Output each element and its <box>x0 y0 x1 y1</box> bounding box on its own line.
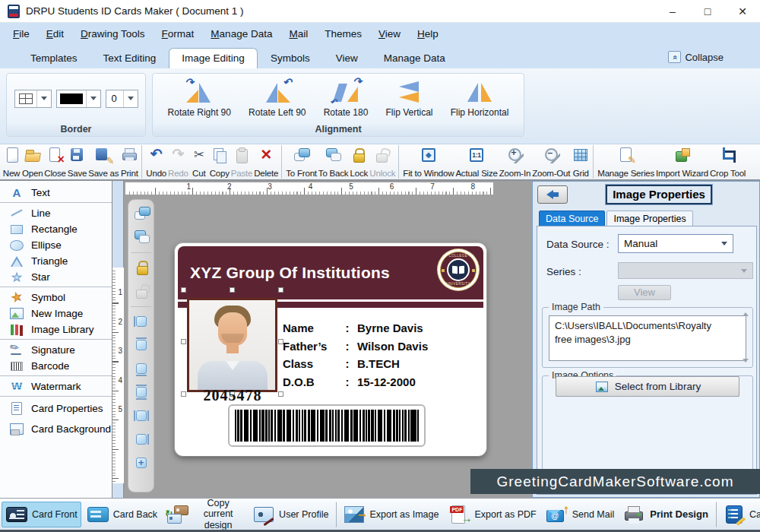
menu-view[interactable]: View <box>370 23 409 46</box>
vtoolbar-button-align-left[interactable] <box>131 306 151 330</box>
border-style-combo[interactable] <box>14 90 52 108</box>
menu-file[interactable]: File <box>5 23 38 46</box>
toolbar-button-manage-series[interactable]: Manage Series <box>593 145 655 179</box>
sidebar-item-watermark[interactable]: Watermark <box>0 375 112 394</box>
vtoolbar-button-align-top[interactable] <box>131 337 151 353</box>
sidebar-item-line[interactable]: Line <box>0 202 112 221</box>
toolbar-button-paste[interactable]: Paste <box>230 145 253 179</box>
scroll-up-icon[interactable] <box>743 312 749 316</box>
menu-mail[interactable]: Mail <box>280 23 316 46</box>
ribbon-button-rotate-right-90[interactable]: Rotate Right 90 <box>163 78 236 119</box>
toolbar-button-zoom-out[interactable]: Zoom-Out <box>531 145 571 179</box>
bottombar-button-send-mail[interactable]: Send Mail <box>542 502 619 527</box>
vtoolbar-button-unlock[interactable] <box>131 283 151 299</box>
tab-view[interactable]: View <box>323 48 371 68</box>
sidebar-item-barcode[interactable]: Barcode <box>0 358 112 374</box>
ribbon-button-rotate-left-90[interactable]: Rotate Left 90 <box>244 78 310 119</box>
card-field-class[interactable]: Class : B.TECH <box>283 355 428 373</box>
border-width-combo[interactable]: 0 <box>106 90 138 108</box>
collapse-button[interactable]: « Collapse <box>668 46 724 68</box>
series-select[interactable] <box>618 262 753 279</box>
vtoolbar-button-align-middle[interactable] <box>131 384 151 401</box>
toolbar-button-grid[interactable]: Grid <box>571 145 591 179</box>
toolbar-button-fit-to-window[interactable]: Fit to Window <box>398 145 454 179</box>
sidebar-item-card-properties[interactable]: Card Properties <box>0 396 112 418</box>
id-card[interactable]: XYZ Group Of Institutions COLLEGE UNIVER… <box>175 243 486 456</box>
panel-tab-data-source[interactable]: Data Source <box>539 211 605 226</box>
sidebar-item-new-image[interactable]: New Image <box>0 306 112 321</box>
tab-image-editing[interactable]: Image Editing <box>169 48 258 68</box>
toolbar-button-actual-size[interactable]: Actual Size <box>454 145 498 179</box>
menu-themes[interactable]: Themes <box>316 23 370 46</box>
bottombar-button-export-as-image[interactable]: Export as Image <box>336 502 442 527</box>
toolbar-button-import-wizard[interactable]: Import Wizard <box>655 145 709 179</box>
card-field-d-o-b[interactable]: D.O.B : 15-12-2000 <box>283 373 428 391</box>
view-button[interactable]: View <box>618 285 671 300</box>
vtoolbar-button-lock[interactable] <box>131 252 151 276</box>
sidebar-item-image-library[interactable]: Image Library <box>0 321 112 337</box>
back-button[interactable] <box>537 185 568 204</box>
sidebar-item-ellipse[interactable]: Ellipse <box>0 237 112 253</box>
bottombar-button-card-batch-data[interactable]: Card Batch Data <box>716 502 760 527</box>
sidebar-item-text[interactable]: Text <box>0 185 112 201</box>
sidebar-item-card-background[interactable]: Card Background <box>0 418 112 440</box>
ribbon-button-flip-horizontal[interactable]: Flip Horizontal <box>446 78 514 119</box>
close-button[interactable]: ✕ <box>725 0 760 22</box>
selection-handle[interactable] <box>278 391 283 397</box>
toolbar-button-save[interactable]: Save <box>67 145 87 179</box>
bottombar-button-print-design[interactable]: Print Design <box>619 502 712 527</box>
vtoolbar-button-align-center[interactable] <box>131 407 151 424</box>
selection-handle[interactable] <box>181 339 186 344</box>
bottombar-button-card-back[interactable]: Card Back <box>83 502 161 527</box>
toolbar-button-crop-tool[interactable]: Crop Tool <box>709 145 746 179</box>
vtoolbar-button-send-to-back[interactable] <box>131 229 151 245</box>
image-option-button-select-from-library[interactable]: Select from Library <box>556 376 739 397</box>
vtoolbar-button-bring-to-front[interactable] <box>131 205 151 222</box>
scroll-down-icon[interactable] <box>743 359 749 363</box>
toolbar-button-to-front[interactable]: To Front <box>281 145 318 179</box>
sidebar-item-signature[interactable]: Signature <box>0 339 112 358</box>
border-color-combo[interactable] <box>56 90 101 108</box>
toolbar-button-zoom-in[interactable]: Zoom-In <box>499 145 531 179</box>
menu-edit[interactable]: Edit <box>38 23 72 46</box>
card-fields[interactable]: Name : Byrne Davis Father’s : Wilson Dav… <box>283 319 428 391</box>
toolbar-button-copy[interactable]: Copy <box>209 145 230 179</box>
bottombar-button-card-front[interactable]: Card Front <box>2 502 81 527</box>
card-field-father-s[interactable]: Father’s : Wilson Davis <box>283 337 428 356</box>
toolbar-button-cut[interactable]: Cut <box>189 145 209 179</box>
card-field-name[interactable]: Name : Byrne Davis <box>283 319 428 337</box>
scrollbar[interactable] <box>741 312 749 363</box>
toolbar-button-delete[interactable]: Delete <box>253 145 279 179</box>
tab-templates[interactable]: Templates <box>17 48 90 68</box>
menu-manage-data[interactable]: Manage Data <box>202 23 280 46</box>
bottombar-button-export-as-pdf[interactable]: Export as PDF <box>444 502 540 527</box>
vtoolbar-button-align-right[interactable] <box>131 431 151 448</box>
student-id-number[interactable]: 2045478 <box>195 387 271 404</box>
image-path-field[interactable]: C:\Users\IBALL\Documents\Royalty free im… <box>549 315 746 361</box>
bottombar-button-user-profile[interactable]: User Profile <box>249 502 332 527</box>
sidebar-item-star[interactable]: Star <box>0 269 112 285</box>
institution-name[interactable]: XYZ Group Of Institutions <box>178 264 390 282</box>
toolbar-button-lock[interactable]: Lock <box>349 145 369 179</box>
toolbar-button-to-back[interactable]: To Back <box>318 145 350 179</box>
barcode[interactable] <box>228 404 426 447</box>
toolbar-button-save-as[interactable]: Save as <box>87 145 119 179</box>
tab-text-editing[interactable]: Text Editing <box>90 48 169 68</box>
vtoolbar-button-center-in-card[interactable] <box>131 454 151 471</box>
vtoolbar-button-align-bottom[interactable] <box>131 360 151 377</box>
toolbar-button-print[interactable]: Print <box>119 145 139 179</box>
maximize-button[interactable]: □ <box>690 0 725 22</box>
sidebar-item-rectangle[interactable]: Rectangle <box>0 221 112 237</box>
data-source-select[interactable]: Manual <box>618 234 733 253</box>
toolbar-button-redo[interactable]: Redo <box>167 145 189 179</box>
toolbar-button-open[interactable]: Open <box>21 145 43 179</box>
toolbar-button-unlock[interactable]: Unlock <box>369 145 396 179</box>
menu-format[interactable]: Format <box>154 23 203 46</box>
ribbon-button-rotate-180[interactable]: Rotate 180 <box>319 78 373 119</box>
sidebar-item-triangle[interactable]: Triangle <box>0 253 112 269</box>
sidebar-item-symbol[interactable]: Symbol <box>0 287 112 306</box>
bottombar-button-copy-current-design[interactable]: Copy current design <box>163 498 247 532</box>
ribbon-button-flip-vertical[interactable]: Flip Vertical <box>381 78 437 119</box>
selection-handle[interactable] <box>181 391 186 397</box>
tab-symbols[interactable]: Symbols <box>258 48 323 68</box>
